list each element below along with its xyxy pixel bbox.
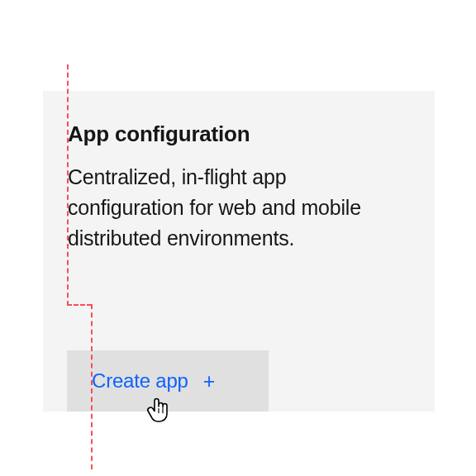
card-title: App configuration <box>68 121 250 147</box>
create-app-label: Create app <box>92 369 188 393</box>
app-config-card: App configuration Centralized, in-flight… <box>43 91 435 412</box>
card-description: Centralized, in-flight app configuration… <box>68 162 407 254</box>
spec-guide-line <box>91 304 93 469</box>
plus-icon: + <box>203 371 216 392</box>
spec-guide-line <box>67 64 69 306</box>
spec-guide-line <box>67 304 92 306</box>
create-app-button[interactable]: Create app + <box>67 350 269 412</box>
